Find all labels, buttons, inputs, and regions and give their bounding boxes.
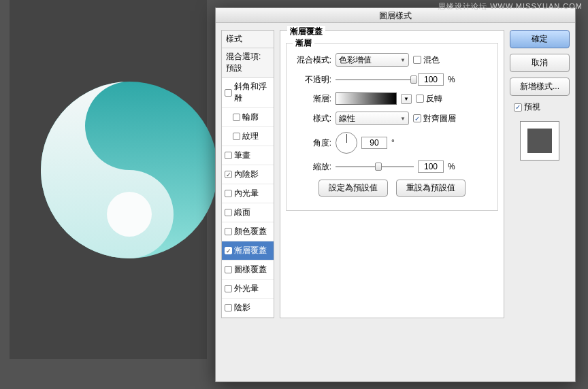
mix-checkbox[interactable]: 混色: [413, 54, 440, 66]
align-checkbox[interactable]: ✓對齊圖層: [413, 113, 456, 124]
new-style-button[interactable]: 新增樣式...: [510, 78, 570, 96]
settings-panel: 漸層覆蓋 漸層 混合模式: 色彩增值 ▼ 混色 不透明:: [280, 30, 504, 318]
styles-header[interactable]: 樣式: [222, 31, 274, 48]
style-item-label: 內陰影: [234, 169, 259, 180]
section-title: 漸層覆蓋: [287, 26, 325, 37]
style-item[interactable]: ✓漸層覆蓋: [222, 241, 274, 260]
checkbox-icon[interactable]: [225, 152, 232, 159]
checkbox-icon[interactable]: [225, 228, 232, 235]
style-item[interactable]: 顏色覆蓋: [222, 222, 274, 241]
preview-swatch: [520, 121, 559, 160]
opacity-label: 不透明:: [293, 74, 331, 86]
svg-point-1: [107, 192, 152, 237]
make-default-button[interactable]: 設定為預設值: [318, 180, 388, 197]
checkbox-icon[interactable]: [233, 133, 240, 140]
style-item-label: 外光暈: [234, 283, 259, 294]
style-item[interactable]: 輪廓: [222, 108, 274, 127]
cancel-button[interactable]: 取消: [510, 54, 570, 72]
gradient-preview[interactable]: [336, 92, 397, 105]
gradient-group: 漸層 混合模式: 色彩增值 ▼ 混色 不透明:: [286, 43, 498, 211]
style-item-label: 顏色覆蓋: [234, 226, 267, 237]
blend-mode-label: 混合模式:: [293, 54, 331, 66]
checkbox-icon[interactable]: [225, 266, 232, 273]
style-item[interactable]: 紋理: [222, 127, 274, 146]
chevron-down-icon: ▼: [400, 57, 406, 63]
checkbox-icon[interactable]: [225, 285, 232, 292]
style-item-label: 紋理: [242, 131, 259, 142]
style-item-label: 筆畫: [234, 150, 250, 161]
opacity-slider[interactable]: [336, 79, 414, 80]
style-list: 樣式 混合選項: 預設 斜角和浮雕輪廓紋理筆畫✓內陰影內光暈緞面顏色覆蓋✓漸層覆…: [221, 30, 274, 318]
layer-style-dialog: 圖層樣式 樣式 混合選項: 預設 斜角和浮雕輪廓紋理筆畫✓內陰影內光暈緞面顏色覆…: [215, 7, 576, 382]
right-column: 確定 取消 新增樣式... ✓預視: [510, 30, 570, 318]
style-item[interactable]: 斜角和浮雕: [222, 78, 274, 108]
preview-checkbox[interactable]: ✓預視: [514, 101, 570, 113]
style-item-label: 陰影: [234, 302, 250, 314]
reverse-checkbox[interactable]: 反轉: [416, 93, 442, 105]
gradient-dropdown-icon[interactable]: ▼: [401, 94, 412, 104]
style-item[interactable]: 陰影: [222, 299, 274, 318]
blend-mode-select[interactable]: 色彩增值 ▼: [336, 53, 409, 67]
angle-label: 角度:: [293, 137, 331, 149]
style-item[interactable]: ✓內陰影: [222, 165, 274, 184]
style-item-label: 輪廓: [242, 112, 259, 123]
checkbox-icon[interactable]: [225, 89, 232, 97]
yin-yang-artwork: [41, 82, 218, 258]
style-item-label: 緞面: [234, 207, 250, 218]
checkbox-icon[interactable]: ✓: [225, 171, 232, 178]
gradient-label: 漸層:: [293, 93, 331, 105]
reset-default-button[interactable]: 重設為預設值: [396, 180, 466, 197]
dialog-title: 圖層樣式: [379, 11, 412, 20]
style-item[interactable]: 圖樣覆蓋: [222, 260, 274, 280]
checkbox-icon[interactable]: [225, 304, 232, 311]
style-item[interactable]: 外光暈: [222, 280, 274, 299]
style-item-label: 斜角和浮雕: [234, 81, 271, 104]
style-item[interactable]: 內光暈: [222, 184, 274, 203]
scale-slider[interactable]: [336, 166, 414, 167]
ok-button[interactable]: 確定: [510, 30, 570, 48]
scale-input[interactable]: [418, 160, 444, 173]
angle-input[interactable]: [361, 137, 387, 149]
chevron-down-icon: ▼: [400, 116, 406, 122]
opacity-input[interactable]: [418, 73, 444, 86]
checkbox-icon[interactable]: [225, 209, 232, 216]
style-label: 樣式:: [293, 113, 331, 124]
style-item-label: 內光暈: [234, 188, 259, 199]
style-item-label: 漸層覆蓋: [234, 245, 267, 256]
angle-dial[interactable]: [336, 132, 357, 154]
watermark: 思缘设计论坛 WWW.MISSYUAN.COM: [438, 1, 583, 12]
style-item[interactable]: 筆畫: [222, 146, 274, 165]
style-item[interactable]: 緞面: [222, 203, 274, 222]
style-select[interactable]: 線性 ▼: [336, 112, 409, 125]
scale-label: 縮放:: [293, 161, 331, 173]
checkbox-icon[interactable]: ✓: [225, 247, 232, 254]
checkbox-icon[interactable]: [225, 190, 232, 197]
style-item-label: 圖樣覆蓋: [234, 264, 267, 275]
checkbox-icon[interactable]: [233, 114, 240, 121]
blend-options-item[interactable]: 混合選項: 預設: [222, 48, 274, 78]
group-title: 漸層: [293, 37, 314, 49]
